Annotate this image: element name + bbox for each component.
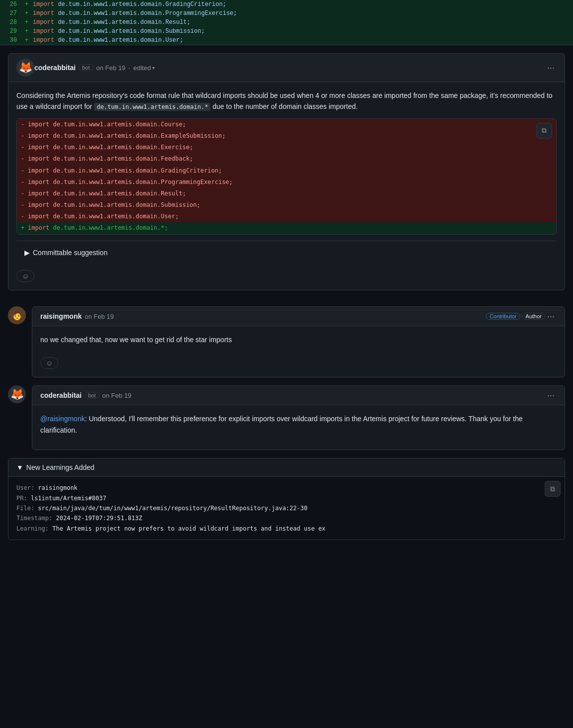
copy-button[interactable]: ⧉ xyxy=(545,481,561,497)
comment-1-header: 🦊 coderabbitai bot on Feb 19 · edited ▾ … xyxy=(8,54,565,82)
comment-date: on Feb 19 xyxy=(102,392,132,399)
reaction-button[interactable]: ☺ xyxy=(16,270,34,282)
sugg-prefix: - xyxy=(21,212,28,221)
diff-line: 29 + import de.tum.in.www1.artemis.domai… xyxy=(0,27,573,36)
diff-line: 28 + import de.tum.in.www1.artemis.domai… xyxy=(0,18,573,27)
diff-line: 30 + import de.tum.in.www1.artemis.domai… xyxy=(0,36,573,45)
comment-1: 🦊 coderabbitai bot on Feb 19 · edited ▾ … xyxy=(8,53,565,290)
learnings-file: File: src/main/java/de/tum/in/www1/artem… xyxy=(16,503,557,513)
copy-button[interactable]: ⧉ xyxy=(536,123,552,139)
chevron-down-icon: ▾ xyxy=(152,65,155,71)
reaction-button[interactable]: ☺ xyxy=(40,357,58,369)
sugg-code: import de.tum.in.www1.artemis.domain.*; xyxy=(28,223,168,233)
comment-3-header: coderabbitai bot on Feb 19 ··· xyxy=(32,386,565,405)
diff-prefix: + xyxy=(25,28,33,35)
triangle-right-icon: ▶ xyxy=(24,247,30,258)
suggestion-line: - import de.tum.in.www1.artemis.domain.U… xyxy=(17,211,556,222)
diff-prefix: + xyxy=(25,19,33,26)
suggestion-line: - import de.tum.in.www1.artemis.domain.F… xyxy=(17,153,556,165)
learnings-learning: Learning: The Artemis project now prefer… xyxy=(16,524,557,534)
suggestion-line: - import de.tum.in.www1.artemis.domain.P… xyxy=(17,177,556,188)
edited-badge: edited ▾ xyxy=(133,64,155,72)
sugg-code: import de.tum.in.www1.artemis.domain.Res… xyxy=(28,189,186,198)
line-number: 29 xyxy=(0,28,25,35)
diff-line: 26 + import de.tum.in.www1.artemis.domai… xyxy=(0,0,573,9)
comment-3-wrapper: 🦊 coderabbitai bot on Feb 19 ··· @raisin… xyxy=(0,377,573,450)
diff-code: import de.tum.in.www1.artemis.domain.Res… xyxy=(33,19,191,26)
suggestion-line: - import de.tum.in.www1.artemis.domain.E… xyxy=(17,130,556,142)
comment-date: on Feb 19 xyxy=(96,64,126,72)
learnings-timestamp: Timestamp: 2024-02-19T07:29:51.813Z xyxy=(16,513,557,523)
diff-prefix: + xyxy=(25,37,33,44)
avatar: 🦊 xyxy=(16,59,34,77)
bot-badge: bot xyxy=(85,392,99,399)
comment-2: raisingmonk on Feb 19 Contributor Author… xyxy=(32,306,565,377)
comment-2-body: no we changed that, now we want to get r… xyxy=(32,326,565,377)
sugg-code: import de.tum.in.www1.artemis.domain.Use… xyxy=(28,212,179,221)
diff-code: import de.tum.in.www1.artemis.domain.Gra… xyxy=(33,1,226,8)
sugg-prefix: - xyxy=(21,178,28,187)
comment-text: @raisingmonk: Understood, I'll remember … xyxy=(40,413,557,436)
sugg-code: import de.tum.in.www1.artemis.domain.Cou… xyxy=(28,120,186,129)
line-number: 27 xyxy=(0,10,25,17)
learnings-pr: PR: ls1intum/Artemis#8037 xyxy=(16,493,557,503)
suggestion-line: - import de.tum.in.www1.artemis.domain.G… xyxy=(17,165,556,177)
suggestion-line: - import de.tum.in.www1.artemis.domain.R… xyxy=(17,188,556,199)
comment-1-body: Considering the Artemis repository's cod… xyxy=(8,82,565,290)
username: raisingmonk xyxy=(40,312,82,320)
inline-code: de.tum.in.www1.artemis.domain.* xyxy=(94,103,210,111)
suggestion-line: + import de.tum.in.www1.artemis.domain.*… xyxy=(17,222,556,234)
suggestion-line: - import de.tum.in.www1.artemis.domain.S… xyxy=(17,199,556,211)
comment-date: on Feb 19 xyxy=(85,313,114,320)
sugg-prefix: + xyxy=(21,223,28,233)
diff-line: 27 + import de.tum.in.www1.artemis.domai… xyxy=(0,9,573,18)
sugg-prefix: - xyxy=(21,120,28,129)
sugg-prefix: - xyxy=(21,166,28,176)
committable-header[interactable]: ▶ Committable suggestion xyxy=(16,247,557,258)
sugg-code: import de.tum.in.www1.artemis.domain.Fee… xyxy=(28,154,193,164)
comment-meta: raisingmonk on Feb 19 xyxy=(40,312,486,320)
sugg-code: import de.tum.in.www1.artemis.domain.Exa… xyxy=(28,131,225,141)
learnings-header[interactable]: ▼ New Learnings Added xyxy=(8,458,565,477)
comment-meta: coderabbitai bot on Feb 19 · edited ▾ xyxy=(34,64,545,72)
learnings-user: User: raisingmonk xyxy=(16,483,557,493)
diff-code: import de.tum.in.www1.artemis.domain.Pro… xyxy=(33,10,237,17)
more-options-button[interactable]: ··· xyxy=(545,391,557,400)
sugg-code: import de.tum.in.www1.artemis.domain.Sub… xyxy=(28,200,200,210)
sugg-code: import de.tum.in.www1.artemis.domain.Pro… xyxy=(28,178,233,187)
avatar: 🦊 xyxy=(8,385,26,403)
diff-code: import de.tum.in.www1.artemis.domain.Use… xyxy=(33,37,183,44)
avatar: 🧑 xyxy=(8,306,26,324)
mention-link[interactable]: @raisingmonk xyxy=(40,415,85,423)
learnings-body: ⧉ User: raisingmonk PR: ls1intum/Artemis… xyxy=(8,477,565,540)
bot-badge: bot xyxy=(79,64,93,71)
line-number: 28 xyxy=(0,19,25,26)
committable-section: ▶ Committable suggestion xyxy=(16,241,557,264)
line-number: 30 xyxy=(0,37,25,44)
comment-text: Considering the Artemis repository's cod… xyxy=(16,90,557,112)
comment-3-body: @raisingmonk: Understood, I'll remember … xyxy=(32,405,565,450)
diff-code: import de.tum.in.www1.artemis.domain.Sub… xyxy=(33,28,205,35)
sugg-code: import de.tum.in.www1.artemis.domain.Exe… xyxy=(28,143,193,152)
comment-2-wrapper: 🧑 raisingmonk on Feb 19 Contributor Auth… xyxy=(0,298,573,377)
suggestion-line: - import de.tum.in.www1.artemis.domain.E… xyxy=(17,142,556,153)
username: coderabbitai xyxy=(40,391,82,399)
sugg-code: import de.tum.in.www1.artemis.domain.Gra… xyxy=(28,166,222,176)
sugg-prefix: - xyxy=(21,189,28,198)
author-badge: Author xyxy=(522,313,545,320)
triangle-down-icon: ▼ xyxy=(16,463,23,471)
contributor-badge: Contributor xyxy=(486,313,520,320)
comment-3: coderabbitai bot on Feb 19 ··· @raisingm… xyxy=(32,385,565,450)
more-options-button[interactable]: ··· xyxy=(545,63,557,72)
code-suggestion: ⧉ - import de.tum.in.www1.artemis.domain… xyxy=(16,118,557,235)
sugg-prefix: - xyxy=(21,154,28,164)
suggestion-line: - import de.tum.in.www1.artemis.domain.C… xyxy=(17,119,556,130)
comment-text: no we changed that, now we want to get r… xyxy=(40,334,557,345)
diff-prefix: + xyxy=(25,1,33,8)
sugg-prefix: - xyxy=(21,200,28,210)
line-number: 26 xyxy=(0,1,25,8)
sugg-prefix: - xyxy=(21,143,28,152)
comment-2-header: raisingmonk on Feb 19 Contributor Author… xyxy=(32,307,565,326)
more-options-button[interactable]: ··· xyxy=(545,312,557,321)
learnings-section: ▼ New Learnings Added ⧉ User: raisingmon… xyxy=(8,458,565,540)
